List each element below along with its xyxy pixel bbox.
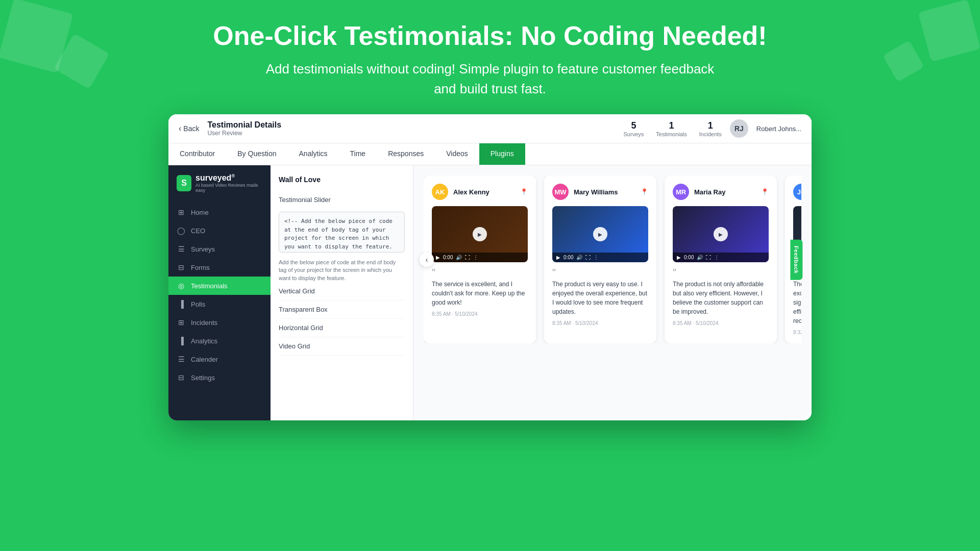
sidebar-icon: ☰	[177, 245, 186, 253]
sidebar-icon: ⊟	[177, 263, 186, 271]
sidebar-label: Surveys	[191, 245, 215, 253]
play-icon[interactable]: ▶	[556, 255, 560, 260]
cards-wrapper: ‹ AK Alex Kenny 📍 ▶ ▶ 0:00 🔊 ⛶ ⋮ " The s…	[424, 176, 801, 343]
sidebar-icon: ⊞	[177, 208, 186, 216]
sidebar-icon: ◎	[177, 282, 186, 290]
plugin-vertical-grid[interactable]: Vertical Grid	[279, 282, 405, 300]
quote-mark: "	[432, 267, 528, 278]
sidebar-item-polls[interactable]: ▐Polls	[168, 295, 271, 313]
card-quote: The service is excellent, and I couldn't…	[432, 280, 528, 307]
sidebar-item-incidents[interactable]: ⊞Incidents	[168, 313, 271, 332]
more-icon[interactable]: ⋮	[714, 255, 719, 260]
stat-item: 5Surveys	[624, 120, 644, 137]
video-controls: ▶ 0:00 🔊 ⛶ ⋮	[673, 253, 769, 262]
stat-label: Incidents	[699, 131, 722, 137]
sidebar-icon: ⊟	[177, 373, 186, 382]
logo-area: S surveyed® AI based Video Reviews made …	[168, 173, 271, 203]
stat-num: 5	[624, 120, 644, 131]
sidebar-label: Testimonials	[191, 282, 228, 290]
card-timestamp: 8:35 AM · 5/10/2024	[552, 320, 648, 326]
video-thumbnail[interactable]: ▶ ▶ 0:00 🔊 ⛶ ⋮	[432, 206, 528, 262]
sidebar-item-calender[interactable]: ☰Calender	[168, 350, 271, 368]
quote-mark: "	[552, 267, 648, 278]
fullscreen-icon[interactable]: ⛶	[465, 255, 470, 260]
sidebar-label: Calender	[191, 356, 218, 363]
sidebar-item-forms[interactable]: ⊟Forms	[168, 258, 271, 277]
prev-arrow[interactable]: ‹	[420, 253, 434, 267]
tab-responses[interactable]: Responses	[377, 143, 435, 165]
hero-title: One-Click Testimonials: No Coding Needed…	[10, 20, 970, 51]
code-snippet[interactable]	[279, 212, 405, 253]
time-display: 0:00	[443, 255, 453, 260]
stat-item: 1Testimonials	[656, 120, 687, 137]
card-name-block: Alex Kenny	[453, 188, 489, 196]
sidebar-label: Home	[191, 209, 209, 216]
volume-icon[interactable]: 🔊	[697, 255, 703, 260]
card-header: MW Mary Williams 📍	[552, 184, 648, 200]
play-icon[interactable]: ▶	[436, 255, 440, 260]
sidebar-item-settings[interactable]: ⊟Settings	[168, 368, 271, 387]
plugin-video-grid[interactable]: Video Grid	[279, 337, 405, 356]
sidebar-icon: ☰	[177, 355, 186, 363]
back-button[interactable]: ‹ Back	[179, 124, 199, 133]
play-icon[interactable]: ▶	[677, 255, 681, 260]
video-thumbnail[interactable]: ▶ ▶ 0:00 🔊 ⛶ ⋮	[673, 206, 769, 262]
tab-contributor[interactable]: Contributor	[168, 143, 226, 165]
sidebar-item-analytics[interactable]: ▐Analytics	[168, 332, 271, 350]
plugin-horizontal-grid[interactable]: Horizontal Grid	[279, 319, 405, 337]
testimonial-card: MR Maria Ray 📍 ▶ ▶ 0:00 🔊 ⛶ ⋮ " The prod…	[665, 176, 777, 343]
card-header: MR Maria Ray 📍	[673, 184, 769, 200]
testimonial-card: AK Alex Kenny 📍 ▶ ▶ 0:00 🔊 ⛶ ⋮ " The ser…	[424, 176, 536, 343]
card-name-block: Maria Ray	[694, 188, 725, 196]
more-icon[interactable]: ⋮	[594, 255, 599, 260]
tab-plugins[interactable]: Plugins	[479, 143, 525, 165]
video-controls: ▶ 0:00 🔊 ⛶ ⋮	[552, 253, 648, 262]
back-label: Back	[183, 124, 199, 133]
testimonial-slider-label[interactable]: Testimonial Slider	[279, 192, 405, 208]
back-arrow-icon: ‹	[179, 124, 181, 133]
sidebar-item-ceo[interactable]: ◯CEO	[168, 221, 271, 240]
plugin-transparent-box[interactable]: Transparent Box	[279, 300, 405, 319]
wall-of-love-title: Wall of Love	[279, 176, 405, 184]
feedback-tab[interactable]: Feedback	[791, 239, 803, 280]
logo-text-block: surveyed® AI based Video Reviews made ea…	[195, 173, 262, 193]
play-button[interactable]: ▶	[714, 227, 728, 241]
tab-by-question[interactable]: By Question	[226, 143, 287, 165]
sidebar-item-surveys[interactable]: ☰Surveys	[168, 240, 271, 258]
location-icon: 📍	[641, 188, 648, 195]
card-quote: The product is not only affordable but a…	[673, 280, 769, 316]
tab-time[interactable]: Time	[339, 143, 377, 165]
nav-tabs: ContributorBy QuestionAnalyticsTimeRespo…	[168, 143, 812, 165]
sidebar-item-testimonials[interactable]: ◎Testimonials	[168, 277, 271, 295]
sidebar-icon: ⊞	[177, 318, 186, 327]
fullscreen-icon[interactable]: ⛶	[706, 255, 711, 260]
sidebar-label: Analytics	[191, 337, 217, 345]
page-subtitle: User Review	[207, 130, 615, 137]
card-header: AK Alex Kenny 📍	[432, 184, 528, 200]
sidebar-item-home[interactable]: ⊞Home	[168, 203, 271, 221]
card-name-block: Mary Williams	[574, 188, 618, 196]
sidebar-label: Polls	[191, 300, 205, 308]
sidebar-label: Settings	[191, 374, 215, 382]
hero-section: One-Click Testimonials: No Coding Needed…	[0, 0, 980, 114]
more-icon[interactable]: ⋮	[473, 255, 478, 260]
quote-mark: "	[673, 267, 769, 278]
video-thumbnail[interactable]: ▶ ▶ 0:00 🔊 ⛶ ⋮	[552, 206, 648, 262]
card-timestamp: 8:32 AM · 5/10/2024	[793, 330, 801, 335]
fullscreen-icon[interactable]: ⛶	[585, 255, 591, 260]
card-name: Maria Ray	[694, 188, 725, 196]
avatar: RJ	[730, 119, 748, 138]
tab-analytics[interactable]: Analytics	[288, 143, 339, 165]
stat-num: 1	[656, 120, 687, 131]
play-button[interactable]: ▶	[473, 227, 487, 241]
sidebar-label: CEO	[191, 227, 205, 235]
play-button[interactable]: ▶	[593, 227, 607, 241]
volume-icon[interactable]: 🔊	[456, 255, 462, 260]
tab-videos[interactable]: Videos	[435, 143, 479, 165]
video-controls: ▶ 0:00 🔊 ⛶ ⋮	[432, 253, 528, 262]
logo-text: surveyed®	[195, 173, 262, 183]
card-header: JD John Doe 📍	[793, 184, 801, 200]
code-hint: Add the below piece of code at the end o…	[279, 259, 405, 282]
testimonial-card: MW Mary Williams 📍 ▶ ▶ 0:00 🔊 ⛶ ⋮ " The …	[544, 176, 656, 343]
volume-icon[interactable]: 🔊	[576, 255, 582, 260]
